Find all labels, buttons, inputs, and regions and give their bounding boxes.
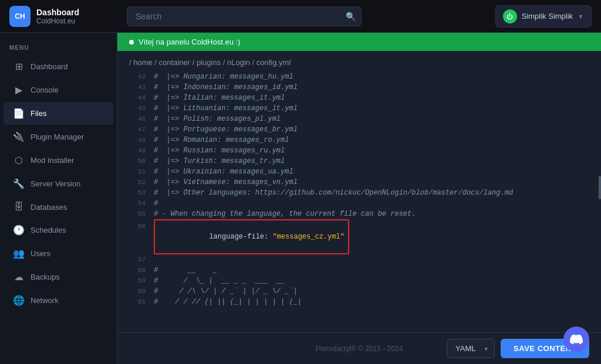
table-row: 59 # / \_ | __ _ _ ___ __ [129,275,589,286]
sidebar-label-server: Server Version [31,179,80,188]
user-name: Simplik Simplik [522,12,573,21]
sidebar-item-console[interactable]: ▶ Console [4,79,113,101]
logo-area: CH Dashboard ColdHost.eu [9,6,127,27]
logo-text: Dashboard ColdHost.eu [36,8,79,25]
content-area: Vítej na panelu ColdHost.eu :) / home / … [117,33,601,364]
app-title: Dashboard [36,8,79,17]
sidebar-label-console: Console [31,86,59,94]
server-version-icon: 🔧 [13,178,25,189]
code-editor: 42 # |=> Hungarian: messages_hu.yml 43 #… [129,72,589,307]
sidebar-label-mod: Mod Installer [31,156,74,165]
sidebar-label-plugin: Plugin Manager [31,132,84,141]
table-row: 50 # |=> Turkish: messages_tr.yml [129,156,589,166]
backups-icon: ☁ [13,271,25,283]
header: CH Dashboard ColdHost.eu 🔍 ⏻ Simplik Sim… [0,0,601,33]
table-row: 53 # |=> Other languages: https://github… [129,188,589,198]
sidebar-item-schedules[interactable]: 🕐 Schedules [4,219,113,241]
dashboard-icon: ⊞ [13,61,25,72]
table-row: 55 # - When changing the language, the c… [129,209,589,219]
sidebar-item-backups[interactable]: ☁ Backups [4,266,113,288]
sidebar-item-users[interactable]: 👥 Users [4,242,113,265]
table-row: 49 # |=> Russian: messages_ru.yml [129,145,589,156]
sidebar-item-mod-installer[interactable]: ⬡ Mod Installer [4,149,113,172]
main-layout: MENU ⊞ Dashboard ▶ Console 📄 Files 🔌 Plu… [0,33,601,364]
table-row: 57 [129,254,589,265]
user-menu[interactable]: ⏻ Simplik Simplik ▼ [495,5,592,28]
search-input[interactable] [127,6,362,26]
table-row: 43 # |=> Indonesian: messages_id.yml [129,82,589,93]
scrollbar-thumb[interactable] [599,176,601,199]
user-power-icon: ⏻ [503,9,517,23]
notification-bar: Vítej na panelu ColdHost.eu :) [117,33,601,51]
search-area: 🔍 [127,6,362,26]
discord-icon [570,333,583,346]
table-row: 54 # [129,198,589,209]
sidebar-label-databases: Databases [31,203,67,212]
editor-area[interactable]: 42 # |=> Hungarian: messages_hu.yml 43 #… [117,72,601,332]
table-row: 46 # |=> Polish: messages_pl.yml [129,114,589,124]
footer-copyright: Pterodactyl® © 2015 - 2024 [316,345,403,353]
plugin-icon: 🔌 [13,131,25,142]
sidebar-item-dashboard[interactable]: ⊞ Dashboard [4,55,113,78]
table-row: 58 # __ _ [129,265,589,275]
sidebar-item-databases[interactable]: 🗄 Databases [4,196,113,218]
table-row: 48 # |=> Romanian: messages_ro.yml [129,135,589,145]
language-file-value: language-file: "messages_cz.yml" [154,219,349,254]
sidebar-label-schedules: Schedules [31,226,66,234]
discord-fab-button[interactable] [563,326,589,352]
console-icon: ▶ [13,84,25,96]
sidebar-item-server-version[interactable]: 🔧 Server Version [4,172,113,195]
table-row: 51 # |=> Ukrainian: messages_ua.yml [129,166,589,177]
sidebar-item-network[interactable]: 🌐 Network [4,289,113,312]
sidebar-item-files[interactable]: 📄 Files [4,102,113,125]
files-icon: 📄 [13,108,25,119]
highlighted-line: 56 language-file: "messages_cz.yml" [129,219,589,254]
logo-icon: CH [9,6,31,27]
network-icon: 🌐 [13,295,25,306]
table-row: 45 # |=> Lithuanian: messages_lt.yml [129,103,589,114]
format-select-wrap: YAML JSON TOML [447,339,495,358]
notif-dot-icon [129,40,134,45]
table-row: 44 # |=> Italian: messages_it.yml [129,93,589,103]
table-row: 60 # / /\ \/ | / _` | |/ _ \/ _`| [129,286,589,297]
format-select[interactable]: YAML JSON TOML [447,339,495,358]
search-icon: 🔍 [346,12,356,21]
chevron-down-icon: ▼ [578,13,584,20]
header-right: ⏻ Simplik Simplik ▼ [495,5,592,28]
app-subtitle: ColdHost.eu [36,17,79,25]
users-icon: 👥 [13,248,25,259]
sidebar: MENU ⊞ Dashboard ▶ Console 📄 Files 🔌 Plu… [0,33,117,364]
sidebar-label-users: Users [31,249,50,258]
sidebar-label-dashboard: Dashboard [31,62,68,71]
sidebar-label-files: Files [31,109,46,118]
menu-label: MENU [0,38,117,55]
breadcrumb: / home / container / plugins / nLogin / … [117,51,601,72]
databases-icon: 🗄 [13,202,25,212]
sidebar-label-backups: Backups [31,273,60,281]
table-row: 61 # / / // (| || (_| | | | | | (_| [129,297,589,307]
table-row: 42 # |=> Hungarian: messages_hu.yml [129,72,589,82]
sidebar-item-plugin-manager[interactable]: 🔌 Plugin Manager [4,125,113,148]
table-row: 52 # |=> Vietnamese: messages_vn.yml [129,177,589,188]
notification-text: Vítej na panelu ColdHost.eu :) [139,38,240,46]
schedules-icon: 🕐 [13,224,25,236]
sidebar-label-network: Network [31,296,59,305]
mod-icon: ⬡ [13,155,25,166]
footer-bar: Pterodactyl® © 2015 - 2024 YAML JSON TOM… [117,332,601,364]
table-row: 47 # |=> Portuguese: messages_br.yml [129,124,589,135]
